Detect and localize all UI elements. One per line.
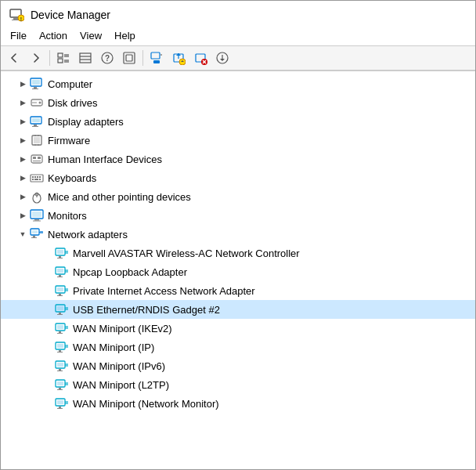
tree-item-monitors[interactable]: ▶ Monitors [1, 206, 475, 225]
label-mice: Mice and other pointing devices [48, 191, 191, 203]
svg-rect-64 [34, 219, 39, 221]
nic-wan-netmon-icon [54, 396, 70, 411]
svg-rect-116 [59, 388, 61, 389]
uninstall-button[interactable] [190, 49, 211, 67]
label-marvell: Marvell AVASTAR Wireless-AC Network Cont… [73, 248, 300, 259]
label-npcap: Npcap Loopback Adapter [73, 266, 187, 278]
label-disk-drives: Disk drives [48, 97, 98, 109]
svg-rect-80 [59, 275, 61, 277]
svg-rect-98 [59, 331, 61, 333]
svg-rect-103 [57, 344, 63, 348]
expand-keyboards[interactable]: ▶ [16, 172, 29, 184]
svg-rect-121 [57, 400, 63, 404]
svg-rect-16 [124, 52, 135, 63]
download-button[interactable] [212, 49, 233, 67]
expand-usb-ethernet [41, 303, 54, 316]
display-adapters-icon [29, 114, 45, 129]
label-display-adapters: Display adapters [48, 116, 124, 128]
tree-item-npcap[interactable]: Npcap Loopback Adapter [1, 262, 475, 281]
tree-item-marvell[interactable]: Marvell AVASTAR Wireless-AC Network Cont… [1, 244, 475, 262]
svg-rect-5 [58, 53, 63, 57]
label-wan-ipv6: WAN Miniport (IPv6) [73, 360, 165, 372]
svg-rect-53 [34, 176, 36, 178]
svg-rect-86 [59, 294, 61, 295]
svg-rect-58 [39, 179, 41, 180]
forward-button[interactable] [26, 49, 46, 67]
svg-rect-68 [33, 236, 35, 237]
tree-item-keyboards[interactable]: ▶ Keyboards [1, 168, 475, 187]
svg-rect-51 [31, 175, 43, 182]
tree-item-usb-ethernet[interactable]: USB Ethernet/RNDIS Gadget #2 [1, 300, 475, 319]
tree-item-network-adapters[interactable]: ▼ Network adapters [1, 225, 475, 244]
svg-rect-33 [32, 89, 38, 89]
tree-item-pia[interactable]: Private Internet Access Network Adapter [1, 281, 475, 300]
expand-display[interactable]: ▶ [16, 115, 29, 128]
svg-rect-87 [57, 295, 63, 296]
menu-view[interactable]: View [74, 27, 108, 44]
label-keyboards: Keyboards [48, 172, 96, 184]
scan-button[interactable] [119, 49, 139, 67]
label-pia: Private Internet Access Network Adapter [73, 285, 255, 297]
expand-hid[interactable]: ▶ [16, 153, 29, 165]
properties-button[interactable] [146, 49, 167, 67]
nic-pia-icon [54, 283, 70, 298]
svg-rect-63 [32, 212, 41, 217]
tree-item-wan-ipv6[interactable]: WAN Miniport (IPv6) [1, 356, 475, 375]
expand-marvell [41, 247, 54, 259]
svg-rect-39 [34, 125, 37, 126]
toolbar-separator-1 [49, 50, 50, 66]
expand-network[interactable]: ▼ [16, 228, 29, 240]
svg-text:!: ! [20, 16, 22, 22]
expand-wan-ikev2 [41, 322, 54, 334]
update-driver-button[interactable] [168, 49, 189, 67]
tree-item-computer[interactable]: ▶ Computer [1, 74, 475, 93]
tree-item-disk-drives[interactable]: ▶ Disk drives [1, 93, 475, 112]
disk-drives-icon [29, 95, 45, 110]
tree-item-firmware[interactable]: ▶ Firmware [1, 131, 475, 150]
help-button[interactable]: ? [97, 49, 117, 67]
svg-rect-104 [59, 350, 61, 352]
window-title: Device Manager [31, 9, 110, 21]
device-manager-window: ! Device Manager File Action View Help [0, 0, 476, 470]
show-details-button[interactable] [53, 49, 74, 67]
svg-rect-38 [32, 118, 40, 122]
menu-bar: File Action View Help [1, 26, 475, 46]
device-tree: ▶ Computer ▶ Disk drives [1, 71, 475, 469]
expand-npcap [41, 266, 54, 278]
label-wan-l2tp: WAN Miniport (L2TP) [73, 379, 169, 391]
tree-item-mice[interactable]: ▶ Mice and other pointing devices [1, 187, 475, 206]
expand-disk[interactable]: ▶ [16, 96, 29, 109]
tree-item-wan-ip[interactable]: WAN Miniport (IP) [1, 338, 475, 356]
tree-item-wan-l2tp[interactable]: WAN Miniport (L2TP) [1, 375, 475, 394]
svg-rect-79 [57, 269, 63, 273]
tree-item-wan-ikev2[interactable]: WAN Miniport (IKEv2) [1, 319, 475, 338]
expand-computer[interactable]: ▶ [16, 78, 29, 90]
svg-rect-69 [31, 237, 37, 238]
svg-text:?: ? [105, 54, 110, 63]
show-list-button[interactable] [75, 49, 96, 67]
menu-help[interactable]: Help [108, 27, 142, 44]
expand-firmware[interactable]: ▶ [16, 134, 29, 146]
toolbar: ? [1, 46, 475, 71]
svg-rect-117 [57, 389, 63, 390]
menu-action[interactable]: Action [33, 27, 74, 44]
menu-file[interactable]: File [4, 27, 33, 44]
svg-rect-74 [59, 256, 61, 258]
svg-rect-122 [59, 407, 61, 408]
svg-rect-6 [58, 59, 63, 63]
svg-rect-42 [34, 137, 40, 143]
title-bar: ! Device Manager [1, 1, 475, 26]
svg-rect-50 [33, 161, 41, 161]
label-hid: Human Interface Devices [48, 154, 162, 165]
tree-item-display-adapters[interactable]: ▶ Display adapters [1, 112, 475, 131]
tree-item-hid[interactable]: ▶ Human Interface Devices [1, 150, 475, 168]
svg-rect-91 [57, 306, 63, 310]
label-wan-ip: WAN Miniport (IP) [73, 342, 154, 353]
expand-monitors[interactable]: ▶ [16, 209, 29, 222]
nic-wan-ipv6-icon [54, 358, 70, 374]
label-computer: Computer [48, 78, 92, 90]
tree-item-wan-netmon[interactable]: WAN Miniport (Network Monitor) [1, 394, 475, 413]
expand-mice[interactable]: ▶ [16, 190, 29, 203]
back-button[interactable] [4, 49, 24, 67]
svg-rect-81 [57, 277, 63, 277]
